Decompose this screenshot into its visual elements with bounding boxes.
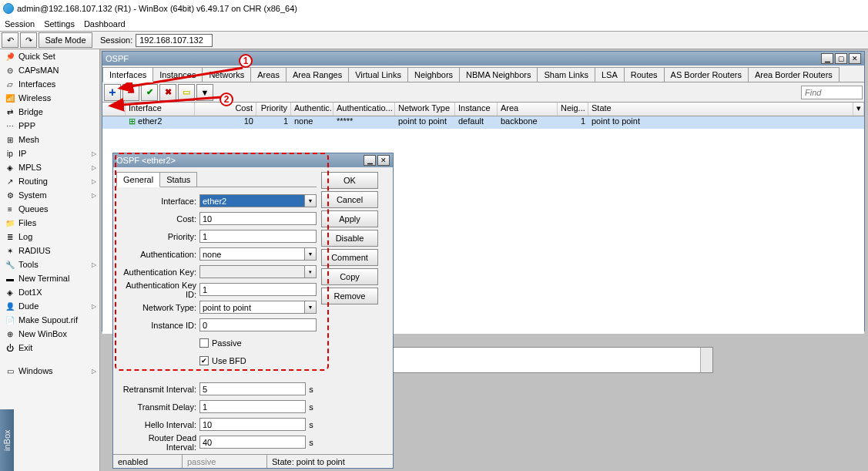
col-flag[interactable]: [102, 103, 126, 116]
session-ip-field[interactable]: 192.168.107.132: [136, 34, 213, 47]
close-button[interactable]: ✕: [849, 53, 861, 64]
remove-button[interactable]: Remove: [321, 288, 378, 304]
input-auth[interactable]: none: [199, 247, 305, 261]
col-interface[interactable]: Interface: [126, 103, 195, 116]
copy-button[interactable]: Copy: [321, 268, 378, 285]
sidebar-item-ip[interactable]: ipIP▷: [0, 146, 99, 160]
enable-button[interactable]: ✔: [141, 84, 158, 101]
menu-settings[interactable]: Settings: [44, 19, 75, 29]
comment-button[interactable]: Comment: [321, 249, 378, 266]
input-retx[interactable]: 5: [199, 382, 306, 395]
dd-interface[interactable]: ▼: [305, 194, 317, 207]
filter-button[interactable]: ▼: [196, 84, 213, 101]
sidebar-item-ppp[interactable]: ⋯PPP: [0, 119, 99, 133]
disable-button[interactable]: Disable: [321, 230, 378, 247]
dialog-close-button[interactable]: ✕: [377, 155, 390, 166]
find-input[interactable]: [801, 86, 863, 99]
sidebar-item-quick-set[interactable]: 🏓Quick Set: [0, 49, 99, 63]
input-dead[interactable]: 40: [199, 436, 306, 449]
dialog-min-button[interactable]: ▁: [364, 155, 376, 166]
terminal-scrollbar[interactable]: [700, 348, 712, 372]
disable-button[interactable]: ✖: [159, 84, 176, 101]
input-authkey[interactable]: [199, 265, 305, 278]
tab-virtual-links[interactable]: Virtual Links: [348, 67, 408, 82]
input-authkid[interactable]: 1: [199, 283, 317, 296]
sidebar-item-system[interactable]: ⚙System▷: [0, 188, 99, 202]
sidebar-item-new-winbox[interactable]: ⊕New WinBox: [0, 327, 99, 341]
table-row[interactable]: ⊞ ether2 10 1 none ***** point to point …: [102, 116, 864, 129]
comment-button[interactable]: ▭: [178, 84, 195, 101]
input-ntype[interactable]: point to point: [199, 301, 305, 314]
redo-button[interactable]: ↷: [20, 32, 37, 48]
dd-auth[interactable]: ▼: [305, 247, 317, 261]
input-priority[interactable]: 1: [199, 230, 317, 243]
col-priority[interactable]: Priority: [256, 103, 291, 116]
checkbox-usebfd[interactable]: ✔: [199, 356, 209, 365]
ok-button[interactable]: OK: [321, 172, 378, 189]
dialog-titlebar[interactable]: OSPF <ether2> ▁ ✕: [113, 153, 393, 167]
sidebar-item-mpls[interactable]: ◈MPLS▷: [0, 160, 99, 174]
tab-area-ranges[interactable]: Area Ranges: [286, 67, 349, 82]
apply-button[interactable]: Apply: [321, 210, 378, 227]
tab-sham-links[interactable]: Sham Links: [537, 67, 595, 82]
menu-dashboard[interactable]: Dashboard: [84, 19, 126, 29]
col-scroll[interactable]: ▾: [853, 103, 864, 116]
sidebar-item-routing[interactable]: ↗Routing▷: [0, 174, 99, 188]
sidebar-item-log[interactable]: ≣Log: [0, 230, 99, 244]
tab-neighbors[interactable]: Neighbors: [407, 67, 460, 82]
tab-status[interactable]: Status: [159, 172, 197, 187]
col-auth[interactable]: Authentic...: [291, 103, 333, 116]
col-area[interactable]: Area: [498, 103, 558, 116]
tab-nbma-neighbors[interactable]: NBMA Neighbors: [459, 67, 538, 82]
input-instid[interactable]: 0: [199, 318, 317, 331]
add-button[interactable]: +: [104, 84, 121, 101]
dd-ntype[interactable]: ▼: [305, 301, 317, 314]
col-instance[interactable]: Instance: [455, 103, 498, 116]
sidebar-item-mesh[interactable]: ⊞Mesh: [0, 133, 99, 146]
tab-lsa[interactable]: LSA: [595, 67, 625, 82]
col-neig[interactable]: Neig...: [558, 103, 588, 116]
menu-session[interactable]: Session: [5, 19, 35, 29]
input-interface[interactable]: ether2: [199, 194, 305, 207]
sidebar-item-windows[interactable]: ▭Windows▷: [0, 364, 99, 378]
terminal-window[interactable]: [391, 347, 713, 373]
dd-authkey[interactable]: ▾: [305, 265, 317, 278]
sidebar-item-interfaces[interactable]: ▱Interfaces: [0, 77, 99, 91]
tab-as-border-routers[interactable]: AS Border Routers: [664, 67, 749, 82]
input-hello[interactable]: 10: [199, 418, 306, 431]
tab-area-border-routers[interactable]: Area Border Routers: [748, 67, 840, 82]
undo-button[interactable]: ↶: [2, 32, 18, 48]
sidebar-item-wireless[interactable]: 📶Wireless: [0, 91, 99, 105]
sidebar-item-bridge[interactable]: ⇄Bridge: [0, 105, 99, 119]
sidebar-item-files[interactable]: 📁Files: [0, 216, 99, 230]
col-state[interactable]: State: [588, 103, 853, 116]
winbox-vertical-tab[interactable]: inBox: [0, 409, 14, 471]
tab-instances[interactable]: Instances: [152, 67, 203, 82]
tab-areas[interactable]: Areas: [250, 67, 287, 82]
sidebar-item-new-terminal[interactable]: ▬New Terminal: [0, 271, 99, 285]
sidebar-item-radius[interactable]: ✶RADIUS: [0, 244, 99, 257]
ospf-window-titlebar[interactable]: OSPF ▁ ▢ ✕: [102, 52, 864, 66]
maximize-button[interactable]: ▢: [835, 53, 847, 64]
safe-mode-button[interactable]: Safe Mode: [39, 32, 92, 48]
tab-general[interactable]: General: [116, 172, 160, 187]
sidebar-item-queues[interactable]: ≡Queues: [0, 202, 99, 216]
input-cost[interactable]: 10: [199, 212, 317, 225]
checkbox-passive[interactable]: [199, 338, 209, 348]
sidebar-item-supout[interactable]: 📄Make Supout.rif: [0, 313, 99, 327]
cancel-button[interactable]: Cancel: [321, 191, 378, 208]
tab-interfaces[interactable]: Interfaces: [102, 67, 153, 82]
col-nettype[interactable]: Network Type: [395, 103, 455, 116]
tab-routes[interactable]: Routes: [624, 67, 665, 82]
sidebar-item-tools[interactable]: 🔧Tools▷: [0, 257, 99, 271]
col-authkey[interactable]: Authenticatio...: [333, 103, 395, 116]
remove-button[interactable]: −: [122, 84, 139, 101]
sidebar-item-dot1x[interactable]: ◈Dot1X: [0, 285, 99, 299]
sidebar-item-exit[interactable]: ⏻Exit: [0, 341, 99, 355]
minimize-button[interactable]: ▁: [821, 53, 833, 64]
sidebar-item-dude[interactable]: 👤Dude▷: [0, 299, 99, 313]
tab-networks[interactable]: Networks: [202, 67, 251, 82]
col-cost[interactable]: Cost: [195, 103, 256, 116]
input-txd[interactable]: 1: [199, 400, 306, 413]
sidebar-item-capsman[interactable]: ⊝CAPsMAN: [0, 63, 99, 77]
